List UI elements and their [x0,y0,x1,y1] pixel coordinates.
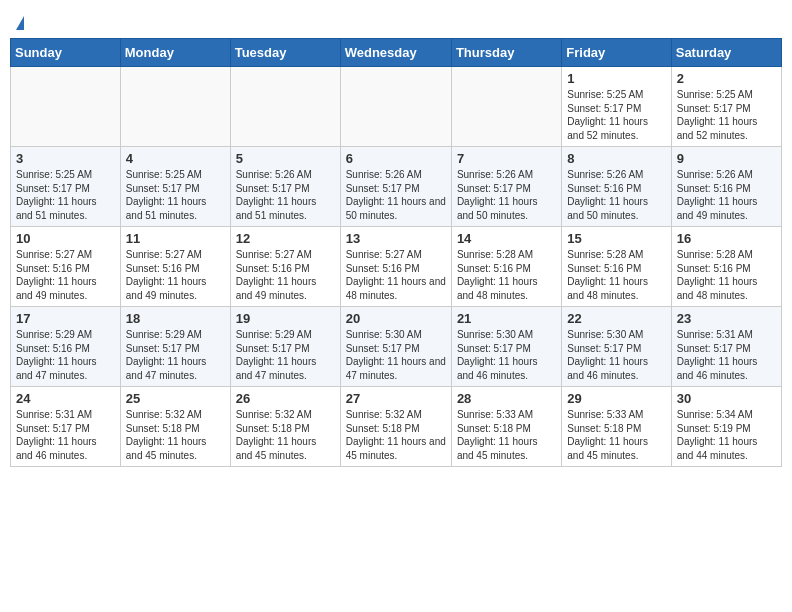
calendar-cell: 28Sunrise: 5:33 AMSunset: 5:18 PMDayligh… [451,387,561,467]
calendar-cell: 2Sunrise: 5:25 AMSunset: 5:17 PMDaylight… [671,67,781,147]
day-info: Sunrise: 5:26 AMSunset: 5:17 PMDaylight:… [346,168,446,222]
day-info: Sunrise: 5:32 AMSunset: 5:18 PMDaylight:… [126,408,225,462]
day-info: Sunrise: 5:32 AMSunset: 5:18 PMDaylight:… [236,408,335,462]
day-info: Sunrise: 5:28 AMSunset: 5:16 PMDaylight:… [567,248,665,302]
logo [14,16,24,30]
day-number: 15 [567,231,665,246]
day-number: 20 [346,311,446,326]
day-info: Sunrise: 5:26 AMSunset: 5:16 PMDaylight:… [567,168,665,222]
day-number: 24 [16,391,115,406]
day-info: Sunrise: 5:28 AMSunset: 5:16 PMDaylight:… [457,248,556,302]
day-number: 28 [457,391,556,406]
day-number: 27 [346,391,446,406]
day-header-friday: Friday [562,39,671,67]
calendar-cell: 17Sunrise: 5:29 AMSunset: 5:16 PMDayligh… [11,307,121,387]
day-number: 25 [126,391,225,406]
day-number: 26 [236,391,335,406]
calendar: SundayMondayTuesdayWednesdayThursdayFrid… [10,38,782,467]
calendar-cell: 21Sunrise: 5:30 AMSunset: 5:17 PMDayligh… [451,307,561,387]
day-number: 13 [346,231,446,246]
day-info: Sunrise: 5:25 AMSunset: 5:17 PMDaylight:… [567,88,665,142]
week-row: 3Sunrise: 5:25 AMSunset: 5:17 PMDaylight… [11,147,782,227]
calendar-cell: 29Sunrise: 5:33 AMSunset: 5:18 PMDayligh… [562,387,671,467]
day-info: Sunrise: 5:33 AMSunset: 5:18 PMDaylight:… [567,408,665,462]
calendar-cell: 24Sunrise: 5:31 AMSunset: 5:17 PMDayligh… [11,387,121,467]
week-row: 10Sunrise: 5:27 AMSunset: 5:16 PMDayligh… [11,227,782,307]
day-info: Sunrise: 5:31 AMSunset: 5:17 PMDaylight:… [677,328,776,382]
day-header-thursday: Thursday [451,39,561,67]
day-info: Sunrise: 5:25 AMSunset: 5:17 PMDaylight:… [16,168,115,222]
day-number: 11 [126,231,225,246]
calendar-cell [230,67,340,147]
day-number: 6 [346,151,446,166]
day-info: Sunrise: 5:27 AMSunset: 5:16 PMDaylight:… [346,248,446,302]
calendar-cell: 16Sunrise: 5:28 AMSunset: 5:16 PMDayligh… [671,227,781,307]
day-number: 5 [236,151,335,166]
calendar-cell: 14Sunrise: 5:28 AMSunset: 5:16 PMDayligh… [451,227,561,307]
day-number: 9 [677,151,776,166]
calendar-cell: 11Sunrise: 5:27 AMSunset: 5:16 PMDayligh… [120,227,230,307]
header-row: SundayMondayTuesdayWednesdayThursdayFrid… [11,39,782,67]
day-number: 10 [16,231,115,246]
calendar-cell: 4Sunrise: 5:25 AMSunset: 5:17 PMDaylight… [120,147,230,227]
calendar-cell: 19Sunrise: 5:29 AMSunset: 5:17 PMDayligh… [230,307,340,387]
day-info: Sunrise: 5:29 AMSunset: 5:16 PMDaylight:… [16,328,115,382]
calendar-cell: 15Sunrise: 5:28 AMSunset: 5:16 PMDayligh… [562,227,671,307]
day-header-saturday: Saturday [671,39,781,67]
day-header-sunday: Sunday [11,39,121,67]
day-info: Sunrise: 5:33 AMSunset: 5:18 PMDaylight:… [457,408,556,462]
day-number: 3 [16,151,115,166]
calendar-cell: 27Sunrise: 5:32 AMSunset: 5:18 PMDayligh… [340,387,451,467]
day-header-wednesday: Wednesday [340,39,451,67]
day-info: Sunrise: 5:26 AMSunset: 5:17 PMDaylight:… [457,168,556,222]
day-number: 22 [567,311,665,326]
week-row: 24Sunrise: 5:31 AMSunset: 5:17 PMDayligh… [11,387,782,467]
day-header-tuesday: Tuesday [230,39,340,67]
calendar-cell: 9Sunrise: 5:26 AMSunset: 5:16 PMDaylight… [671,147,781,227]
day-info: Sunrise: 5:27 AMSunset: 5:16 PMDaylight:… [126,248,225,302]
calendar-cell: 25Sunrise: 5:32 AMSunset: 5:18 PMDayligh… [120,387,230,467]
day-info: Sunrise: 5:31 AMSunset: 5:17 PMDaylight:… [16,408,115,462]
calendar-cell: 23Sunrise: 5:31 AMSunset: 5:17 PMDayligh… [671,307,781,387]
day-info: Sunrise: 5:27 AMSunset: 5:16 PMDaylight:… [16,248,115,302]
day-number: 16 [677,231,776,246]
logo-icon [16,16,24,30]
calendar-cell: 18Sunrise: 5:29 AMSunset: 5:17 PMDayligh… [120,307,230,387]
calendar-cell: 22Sunrise: 5:30 AMSunset: 5:17 PMDayligh… [562,307,671,387]
week-row: 1Sunrise: 5:25 AMSunset: 5:17 PMDaylight… [11,67,782,147]
day-info: Sunrise: 5:29 AMSunset: 5:17 PMDaylight:… [236,328,335,382]
day-number: 29 [567,391,665,406]
day-number: 23 [677,311,776,326]
page-header [10,10,782,30]
day-number: 19 [236,311,335,326]
day-number: 17 [16,311,115,326]
day-info: Sunrise: 5:28 AMSunset: 5:16 PMDaylight:… [677,248,776,302]
calendar-cell: 30Sunrise: 5:34 AMSunset: 5:19 PMDayligh… [671,387,781,467]
day-info: Sunrise: 5:30 AMSunset: 5:17 PMDaylight:… [457,328,556,382]
calendar-cell: 12Sunrise: 5:27 AMSunset: 5:16 PMDayligh… [230,227,340,307]
calendar-cell [340,67,451,147]
day-number: 4 [126,151,225,166]
day-info: Sunrise: 5:32 AMSunset: 5:18 PMDaylight:… [346,408,446,462]
day-number: 14 [457,231,556,246]
day-number: 21 [457,311,556,326]
calendar-cell: 10Sunrise: 5:27 AMSunset: 5:16 PMDayligh… [11,227,121,307]
day-number: 30 [677,391,776,406]
day-number: 8 [567,151,665,166]
calendar-cell: 6Sunrise: 5:26 AMSunset: 5:17 PMDaylight… [340,147,451,227]
calendar-cell: 1Sunrise: 5:25 AMSunset: 5:17 PMDaylight… [562,67,671,147]
day-info: Sunrise: 5:26 AMSunset: 5:16 PMDaylight:… [677,168,776,222]
calendar-cell: 13Sunrise: 5:27 AMSunset: 5:16 PMDayligh… [340,227,451,307]
day-number: 12 [236,231,335,246]
calendar-cell [451,67,561,147]
calendar-cell: 20Sunrise: 5:30 AMSunset: 5:17 PMDayligh… [340,307,451,387]
calendar-cell: 3Sunrise: 5:25 AMSunset: 5:17 PMDaylight… [11,147,121,227]
day-info: Sunrise: 5:34 AMSunset: 5:19 PMDaylight:… [677,408,776,462]
day-number: 2 [677,71,776,86]
calendar-cell: 26Sunrise: 5:32 AMSunset: 5:18 PMDayligh… [230,387,340,467]
day-number: 18 [126,311,225,326]
day-number: 1 [567,71,665,86]
calendar-cell: 5Sunrise: 5:26 AMSunset: 5:17 PMDaylight… [230,147,340,227]
calendar-cell [11,67,121,147]
week-row: 17Sunrise: 5:29 AMSunset: 5:16 PMDayligh… [11,307,782,387]
